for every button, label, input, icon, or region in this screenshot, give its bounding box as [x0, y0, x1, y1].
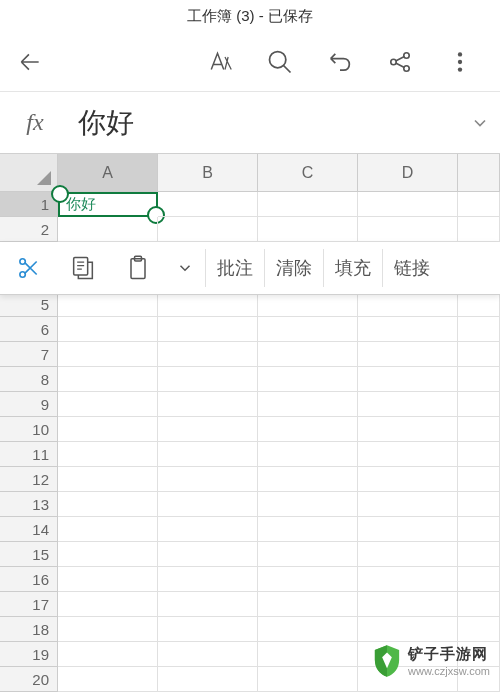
row-header[interactable]: 15 [0, 542, 58, 567]
cell[interactable] [158, 667, 258, 692]
row-header[interactable]: 7 [0, 342, 58, 367]
cell[interactable] [58, 467, 158, 492]
cell[interactable] [458, 592, 500, 617]
cell[interactable] [458, 567, 500, 592]
cell[interactable] [58, 617, 158, 642]
cell[interactable] [458, 192, 500, 217]
row-header[interactable]: 17 [0, 592, 58, 617]
row-header[interactable]: 18 [0, 617, 58, 642]
column-header[interactable]: C [258, 154, 358, 191]
cell[interactable] [458, 292, 500, 317]
row-header[interactable]: 14 [0, 517, 58, 542]
fill-button[interactable]: 填充 [324, 256, 382, 280]
cell[interactable] [258, 667, 358, 692]
annotate-button[interactable]: 批注 [206, 256, 264, 280]
cell[interactable] [58, 292, 158, 317]
cell[interactable] [458, 367, 500, 392]
cell[interactable] [158, 292, 258, 317]
cell[interactable] [358, 392, 458, 417]
row-header[interactable]: 12 [0, 467, 58, 492]
column-header[interactable]: A [58, 154, 158, 191]
cell[interactable] [458, 342, 500, 367]
cell[interactable] [458, 517, 500, 542]
cell[interactable] [258, 567, 358, 592]
cell[interactable] [458, 492, 500, 517]
cell[interactable] [58, 417, 158, 442]
select-all-corner[interactable] [0, 154, 58, 191]
cell[interactable] [58, 567, 158, 592]
font-style-button[interactable] [190, 47, 250, 77]
cell[interactable] [158, 417, 258, 442]
cell[interactable] [158, 317, 258, 342]
cell[interactable] [458, 442, 500, 467]
cell[interactable] [358, 492, 458, 517]
search-button[interactable] [250, 48, 310, 76]
row-header[interactable]: 6 [0, 317, 58, 342]
cell[interactable] [258, 392, 358, 417]
cell[interactable] [358, 567, 458, 592]
cell[interactable] [258, 442, 358, 467]
cell[interactable] [358, 342, 458, 367]
cell[interactable] [158, 542, 258, 567]
cell[interactable] [358, 542, 458, 567]
share-button[interactable] [370, 49, 430, 75]
cell[interactable] [158, 567, 258, 592]
cell[interactable] [358, 317, 458, 342]
paste-button[interactable] [110, 254, 165, 282]
cell[interactable] [58, 492, 158, 517]
cell[interactable] [458, 467, 500, 492]
cell[interactable] [158, 367, 258, 392]
cell[interactable] [158, 442, 258, 467]
cell[interactable] [158, 192, 258, 217]
cell[interactable] [458, 392, 500, 417]
cell[interactable] [58, 342, 158, 367]
row-header[interactable]: 10 [0, 417, 58, 442]
cell[interactable] [258, 367, 358, 392]
cell[interactable] [458, 542, 500, 567]
cell[interactable] [158, 392, 258, 417]
cell[interactable] [58, 367, 158, 392]
cell[interactable] [258, 342, 358, 367]
cell[interactable] [258, 217, 358, 242]
cell[interactable] [158, 617, 258, 642]
row-header[interactable]: 2 [0, 217, 58, 242]
cell[interactable] [258, 617, 358, 642]
expand-formula-button[interactable] [460, 113, 500, 133]
cell[interactable] [458, 317, 500, 342]
cell[interactable] [458, 417, 500, 442]
row-header[interactable]: 5 [0, 292, 58, 317]
cell[interactable] [158, 517, 258, 542]
column-header[interactable]: B [158, 154, 258, 191]
row-header[interactable]: 1 [0, 192, 58, 217]
link-button[interactable]: 链接 [383, 256, 441, 280]
cell[interactable] [358, 467, 458, 492]
back-button[interactable] [10, 49, 50, 75]
cell[interactable] [58, 217, 158, 242]
cell[interactable] [358, 192, 458, 217]
row-header[interactable]: 11 [0, 442, 58, 467]
undo-button[interactable] [310, 48, 370, 76]
spreadsheet-grid[interactable]: 1你好234567891011121314151617181920 批注 清除 … [0, 192, 500, 692]
cell[interactable] [358, 517, 458, 542]
cell[interactable] [358, 292, 458, 317]
column-header[interactable]: D [358, 154, 458, 191]
cell[interactable] [158, 342, 258, 367]
cell[interactable] [58, 592, 158, 617]
cell[interactable] [158, 642, 258, 667]
cell[interactable]: 你好 [58, 192, 158, 217]
cell[interactable] [358, 417, 458, 442]
cell[interactable] [258, 517, 358, 542]
cell[interactable] [358, 367, 458, 392]
cell[interactable] [358, 442, 458, 467]
cell[interactable] [258, 417, 358, 442]
cell[interactable] [258, 467, 358, 492]
cell[interactable] [58, 542, 158, 567]
cell[interactable] [58, 317, 158, 342]
cell[interactable] [258, 592, 358, 617]
cell[interactable] [258, 317, 358, 342]
cell[interactable] [258, 192, 358, 217]
clear-button[interactable]: 清除 [265, 256, 323, 280]
more-button[interactable] [430, 49, 490, 75]
row-header[interactable]: 16 [0, 567, 58, 592]
cell[interactable] [58, 442, 158, 467]
